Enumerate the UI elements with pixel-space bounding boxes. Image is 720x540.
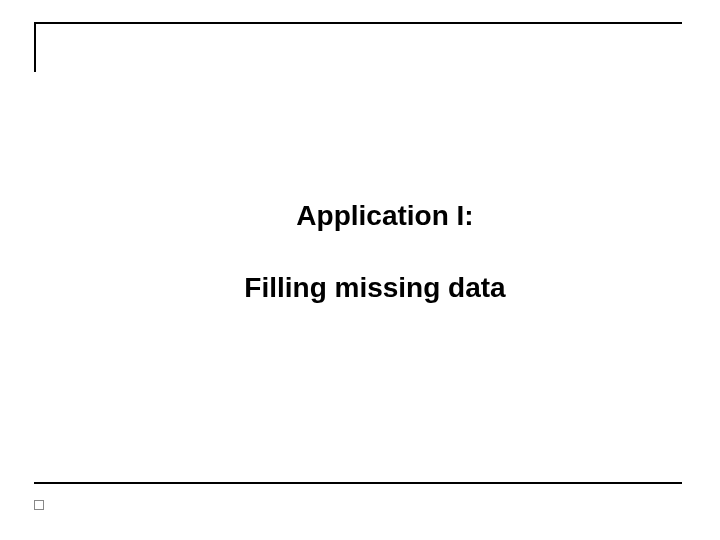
- slide-title-line1: Application I:: [0, 200, 720, 232]
- footer-bullet-icon: [34, 500, 44, 510]
- slide-bottom-rule: [34, 482, 682, 484]
- slide-frame-corner: [34, 22, 682, 72]
- slide-title-line2: Filling missing data: [0, 272, 720, 304]
- slide-content: Application I: Filling missing data: [0, 200, 720, 304]
